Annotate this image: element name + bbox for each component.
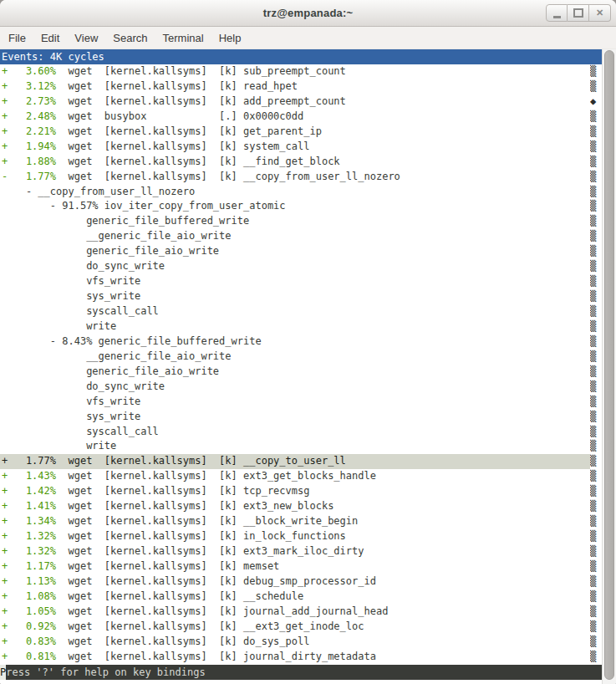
close-button[interactable]: ✕ bbox=[589, 4, 611, 22]
row-overhead-percent: + 1.08% bbox=[2, 590, 56, 602]
perf-row[interactable]: + 0.83% wget [kernel.kallsyms] [k] do_sy… bbox=[0, 635, 602, 650]
perf-row[interactable]: + 1.42% wget [kernel.kallsyms] [k] tcp_r… bbox=[0, 484, 602, 499]
perf-row[interactable]: syscall_call▒ bbox=[0, 304, 602, 319]
row-overhead-percent: + 3.60% bbox=[2, 65, 56, 77]
perf-row[interactable]: + 1.77% wget [kernel.kallsyms] [k] __cop… bbox=[0, 454, 602, 469]
title-bar[interactable]: trz@empanada:~ ✕ bbox=[0, 0, 616, 27]
tui-scroll-track-shade-icon: ▒ bbox=[590, 365, 602, 380]
row-overhead-percent: + 1.17% bbox=[2, 560, 56, 572]
perf-row-text: + 0.81% wget [kernel.kallsyms] [k] journ… bbox=[0, 650, 590, 665]
menu-item-edit[interactable]: Edit bbox=[33, 28, 67, 48]
menu-item-file[interactable]: File bbox=[1, 28, 33, 48]
perf-row[interactable]: do_sync_write▒ bbox=[0, 259, 602, 274]
row-symbol-info: wget [kernel.kallsyms] [k] journal_dirty… bbox=[56, 651, 376, 662]
menu-item-help[interactable]: Help bbox=[211, 28, 249, 48]
perf-row[interactable]: generic_file_aio_write▒ bbox=[0, 365, 602, 380]
tui-scroll-thumb-diamond-icon: ◆ bbox=[590, 94, 602, 110]
perf-row[interactable]: + 1.43% wget [kernel.kallsyms] [k] ext3_… bbox=[0, 469, 602, 484]
perf-row-text: + 3.12% wget [kernel.kallsyms] [k] read_… bbox=[0, 79, 590, 94]
perf-row[interactable]: + 0.92% wget [kernel.kallsyms] [k] __ext… bbox=[0, 620, 602, 635]
menu-item-view[interactable]: View bbox=[67, 28, 105, 48]
perf-row[interactable]: + 1.94% wget [kernel.kallsyms] [k] syste… bbox=[0, 140, 602, 155]
perf-row[interactable]: syscall_call▒ bbox=[0, 425, 602, 440]
menu-item-terminal[interactable]: Terminal bbox=[155, 28, 211, 48]
tui-scroll-track-shade-icon: ▒ bbox=[590, 259, 602, 274]
perf-row[interactable]: + 1.13% wget [kernel.kallsyms] [k] debug… bbox=[0, 574, 602, 590]
perf-row[interactable]: write▒ bbox=[0, 319, 602, 334]
perf-row-text: + 1.05% wget [kernel.kallsyms] [k] journ… bbox=[0, 605, 590, 620]
perf-row[interactable]: + 1.05% wget [kernel.kallsyms] [k] journ… bbox=[0, 605, 602, 620]
row-overhead-percent: + 1.94% bbox=[2, 140, 56, 152]
tui-scroll-track-shade-icon: ▒ bbox=[590, 574, 602, 590]
perf-row[interactable]: sys_write▒ bbox=[0, 410, 602, 425]
row-overhead-percent: + 2.48% bbox=[2, 110, 56, 122]
perf-row[interactable]: sys_write▒ bbox=[0, 289, 602, 304]
perf-row[interactable]: generic_file_buffered_write▒ bbox=[0, 214, 602, 229]
minimize-button[interactable] bbox=[546, 4, 568, 22]
terminal-cursor: P bbox=[0, 665, 6, 680]
menu-item-search[interactable]: Search bbox=[105, 28, 155, 48]
tui-scroll-track-shade-icon: ▒ bbox=[590, 110, 602, 125]
perf-row-text: - 91.57% iov_iter_copy_from_user_atomic bbox=[0, 199, 590, 214]
row-symbol-info: wget [kernel.kallsyms] [k] memset bbox=[56, 560, 279, 572]
perf-row[interactable]: vfs_write▒ bbox=[0, 395, 602, 410]
perf-row[interactable]: + 2.48% wget busybox [.] 0x0000c0dd▒ bbox=[0, 110, 602, 125]
perf-row[interactable]: generic_file_aio_write▒ bbox=[0, 244, 602, 259]
tui-scroll-track-shade-icon: ▒ bbox=[590, 214, 602, 229]
row-overhead-percent: + 1.41% bbox=[2, 500, 56, 512]
perf-row-text: + 1.13% wget [kernel.kallsyms] [k] debug… bbox=[0, 574, 590, 590]
scrollbar[interactable] bbox=[602, 49, 616, 684]
row-overhead-percent: + 1.42% bbox=[2, 485, 56, 497]
tui-scroll-track-shade-icon: ▒ bbox=[590, 304, 602, 319]
maximize-button[interactable] bbox=[568, 4, 589, 22]
perf-row-text: write bbox=[0, 439, 590, 454]
row-symbol-info: wget [kernel.kallsyms] [k] read_hpet bbox=[56, 80, 298, 92]
perf-row[interactable]: __generic_file_aio_write▒ bbox=[0, 229, 602, 244]
row-symbol-info: wget [kernel.kallsyms] [k] __ext3_get_in… bbox=[56, 620, 364, 632]
perf-row[interactable]: + 3.12% wget [kernel.kallsyms] [k] read_… bbox=[0, 79, 602, 94]
row-overhead-percent: + 1.05% bbox=[2, 605, 56, 617]
perf-row[interactable]: + 2.73% wget [kernel.kallsyms] [k] add_p… bbox=[0, 94, 602, 110]
perf-row[interactable]: - 91.57% iov_iter_copy_from_user_atomic▒ bbox=[0, 199, 602, 214]
scrollbar-thumb[interactable] bbox=[604, 50, 614, 680]
perf-row[interactable]: do_sync_write▒ bbox=[0, 380, 602, 395]
tui-scroll-track-shade-icon: ▒ bbox=[590, 635, 602, 650]
perf-row[interactable]: + 1.32% wget [kernel.kallsyms] [k] in_lo… bbox=[0, 529, 602, 544]
tui-scroll-track-shade-icon: ▒ bbox=[590, 529, 602, 544]
maximize-icon bbox=[573, 8, 583, 18]
perf-row[interactable]: __generic_file_aio_write▒ bbox=[0, 350, 602, 365]
row-symbol-info: wget [kernel.kallsyms] [k] sub_preempt_c… bbox=[56, 65, 346, 77]
perf-row[interactable]: + 1.32% wget [kernel.kallsyms] [k] ext3_… bbox=[0, 544, 602, 559]
perf-row[interactable]: - __copy_from_user_ll_nozero▒ bbox=[0, 185, 602, 200]
perf-row[interactable]: + 2.21% wget [kernel.kallsyms] [k] get_p… bbox=[0, 125, 602, 140]
row-symbol-info: wget [kernel.kallsyms] [k] add_preempt_c… bbox=[56, 95, 346, 107]
row-overhead-percent: + 1.88% bbox=[2, 156, 56, 167]
perf-row[interactable]: - 8.43% generic_file_buffered_write▒ bbox=[0, 334, 602, 350]
perf-row-text: syscall_call bbox=[0, 304, 590, 319]
row-symbol-info: wget [kernel.kallsyms] [k] tcp_recvmsg bbox=[56, 485, 309, 497]
perf-row[interactable]: + 1.08% wget [kernel.kallsyms] [k] __sch… bbox=[0, 590, 602, 605]
perf-row[interactable]: + 1.41% wget [kernel.kallsyms] [k] ext3_… bbox=[0, 499, 602, 514]
perf-row-text: sys_write bbox=[0, 289, 590, 304]
perf-row[interactable]: + 3.60% wget [kernel.kallsyms] [k] sub_p… bbox=[0, 64, 602, 79]
perf-row-text: + 1.94% wget [kernel.kallsyms] [k] syste… bbox=[0, 140, 590, 155]
perf-row-text: + 1.32% wget [kernel.kallsyms] [k] in_lo… bbox=[0, 529, 590, 544]
row-overhead-percent: + 3.12% bbox=[2, 80, 56, 92]
perf-row[interactable]: + 1.34% wget [kernel.kallsyms] [k] __blo… bbox=[0, 514, 602, 529]
tui-scroll-track-shade-icon: ▒ bbox=[590, 79, 602, 94]
row-overhead-percent: + 1.43% bbox=[2, 470, 56, 482]
perf-row-text: + 3.60% wget [kernel.kallsyms] [k] sub_p… bbox=[0, 64, 590, 79]
perf-row[interactable]: + 1.88% wget [kernel.kallsyms] [k] __fin… bbox=[0, 155, 602, 170]
perf-row[interactable]: write▒ bbox=[0, 439, 602, 454]
perf-row[interactable]: - 1.77% wget [kernel.kallsyms] [k] __cop… bbox=[0, 170, 602, 185]
perf-row-text: - 1.77% wget [kernel.kallsyms] [k] __cop… bbox=[0, 170, 590, 185]
tui-scroll-track-shade-icon: ▒ bbox=[590, 484, 602, 499]
tui-scroll-track-shade-icon: ▒ bbox=[590, 650, 602, 665]
perf-row-text: generic_file_aio_write bbox=[0, 244, 590, 259]
perf-row[interactable]: + 0.81% wget [kernel.kallsyms] [k] journ… bbox=[0, 650, 602, 665]
perf-row-text: sys_write bbox=[0, 410, 590, 425]
perf-row[interactable]: vfs_write▒ bbox=[0, 274, 602, 289]
terminal-screen[interactable]: Events: 4K cycles + 3.60% wget [kernel.k… bbox=[0, 49, 616, 684]
perf-row[interactable]: + 1.17% wget [kernel.kallsyms] [k] memse… bbox=[0, 559, 602, 574]
tui-scroll-track-shade-icon: ▒ bbox=[590, 64, 602, 79]
